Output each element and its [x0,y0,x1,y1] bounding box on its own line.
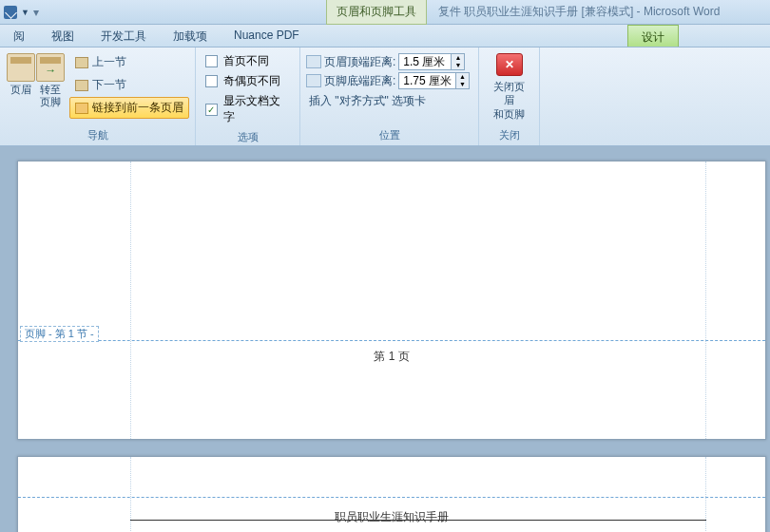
tab-yue[interactable]: 阅 [0,25,38,47]
link-previous-label: 链接到前一条页眉 [92,100,183,116]
first-page-diff-checkbox[interactable] [205,55,218,67]
title-bar: ▼ ▾ 页眉和页脚工具 复件 职员职业生涯知识手册 [兼容模式] - Micro… [0,0,770,25]
quick-access-toolbar: ▼ ▾ [4,6,41,19]
link-previous-button[interactable]: 链接到前一条页眉 [69,97,189,119]
group-close-label: 关闭 [485,125,533,145]
close-header-footer-button[interactable]: ✕ [496,53,523,76]
page-1[interactable]: 页脚 - 第 1 节 - 第 1 页 [17,161,766,440]
header-underline [130,520,706,521]
footer-boundary-line [18,340,765,341]
first-page-diff-label: 首页不同 [223,53,269,69]
tab-nuance-pdf[interactable]: Nuance PDF [221,25,313,47]
tab-design[interactable]: 设计 [627,25,679,47]
goto-header-label: 页眉 [10,84,31,96]
goto-header-button[interactable]: 页眉 [6,51,36,125]
link-icon [75,103,88,114]
insert-align-tab-button[interactable]: 插入 "对齐方式" 选项卡 [306,91,470,111]
next-section-label: 下一节 [92,77,126,93]
spin-up-icon[interactable]: ▲ [455,73,469,81]
qat-dropdown-icon[interactable]: ▼ [21,8,29,17]
header-boundary-line [18,497,765,498]
tab-view[interactable]: 视图 [38,25,87,47]
header-distance-icon [306,55,321,68]
header-distance-value: 1.5 厘米 [399,54,451,70]
group-options-label: 选项 [202,127,294,147]
group-options: 首页不同 奇偶页不同 ✓ 显示文档文字 选项 [196,48,300,145]
close-header-footer-label: 关闭页眉 和页脚 [492,80,526,121]
footer-icon [36,53,65,82]
left-margin-marker [130,162,131,439]
group-nav: 页眉 转至页脚 上一节 下一节 链接到前一条页眉 [0,48,196,145]
insert-align-tab-label: 插入 "对齐方式" 选项卡 [309,93,426,109]
odd-even-diff-checkbox[interactable] [205,75,218,87]
group-close: ✕ 关闭页眉 和页脚 关闭 [479,48,540,145]
show-doc-text-checkbox[interactable]: ✓ [205,104,218,116]
ribbon: 页眉 转至页脚 上一节 下一节 链接到前一条页眉 [0,48,770,146]
header-distance-stepper[interactable]: 1.5 厘米 ▲▼ [398,53,465,70]
prev-section-icon [75,57,88,68]
header-icon [7,53,35,82]
spin-up-icon[interactable]: ▲ [451,54,464,62]
footer-distance-icon [306,74,321,87]
show-doc-text-label: 显示文档文字 [223,93,290,125]
page-number-text[interactable]: 第 1 页 [18,349,765,365]
document-canvas[interactable]: 页脚 - 第 1 节 - 第 1 页 职员职业生涯知识手册 页眉 - 第 2 节… [0,146,770,532]
save-icon[interactable] [4,6,17,19]
footer-section-tag: 页脚 - 第 1 节 - [20,326,99,342]
page-2[interactable]: 职员职业生涯知识手册 页眉 - 第 2 节 - 点上传范根网 [17,456,766,532]
goto-footer-label: 转至页脚 [36,84,67,108]
next-section-icon [75,80,88,91]
footer-distance-label: 页脚底端距离: [324,73,395,89]
tab-addins[interactable]: 加载项 [160,25,221,47]
footer-distance-value: 1.75 厘米 [399,73,455,89]
spin-down-icon[interactable]: ▼ [451,62,464,69]
close-icon: ✕ [505,58,514,71]
odd-even-diff-label: 奇偶页不同 [223,73,280,89]
header-text[interactable]: 职员职业生涯知识手册 [18,509,765,525]
group-position: 页眉顶端距离: 1.5 厘米 ▲▼ 页脚底端距离: 1.75 厘米 ▲▼ [300,48,479,145]
document-title: 复件 职员职业生涯知识手册 [兼容模式] - Microsoft Word [438,4,720,20]
next-section-button[interactable]: 下一节 [69,74,189,96]
contextual-tab-header: 页眉和页脚工具 [326,0,427,25]
right-margin-marker [705,162,706,439]
goto-footer-button[interactable]: 转至页脚 [36,51,67,125]
qat-separator: ▾ [33,6,39,19]
header-distance-label: 页眉顶端距离: [324,54,395,70]
group-position-label: 位置 [306,125,472,145]
spin-down-icon[interactable]: ▼ [455,81,469,88]
ribbon-tabs: 阅 视图 开发工具 加载项 Nuance PDF 设计 [0,25,770,48]
group-nav-label: 导航 [6,125,189,145]
prev-section-label: 上一节 [92,54,126,70]
tab-devtools[interactable]: 开发工具 [87,25,160,47]
prev-section-button[interactable]: 上一节 [69,51,189,73]
footer-distance-stepper[interactable]: 1.75 厘米 ▲▼ [398,72,470,89]
